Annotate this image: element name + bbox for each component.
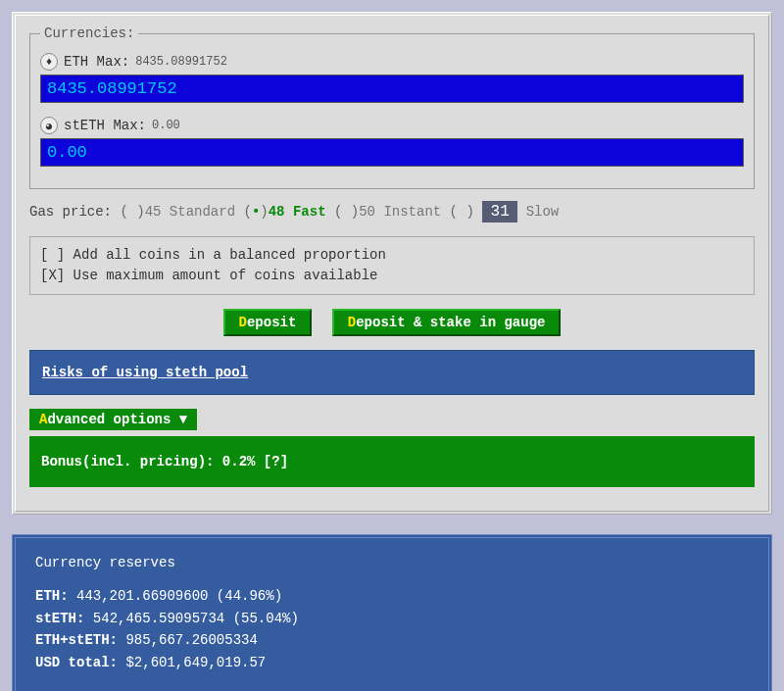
reserves-header: Currency reserves: [35, 552, 749, 573]
gas-standard-radio[interactable]: ( )45 Standard: [120, 204, 235, 220]
reserve-sum-value: 985,667.26005334: [125, 632, 257, 648]
steth-icon: ◕: [40, 117, 58, 134]
eth-max[interactable]: 8435.08991752: [135, 55, 227, 69]
usemax-checkbox[interactable]: [X] Use maximum amount of coins availabl…: [40, 266, 744, 286]
steth-max[interactable]: 0.00: [152, 119, 180, 132]
reserve-eth-value: 443,201.66909600 (44.96%): [76, 588, 282, 604]
eth-label: ETH Max:: [64, 54, 129, 70]
deposit-button[interactable]: Deposit: [223, 309, 313, 336]
reserve-steth-value: 542,465.59095734 (55.04%): [93, 611, 299, 626]
gas-fast-radio[interactable]: (•)48 Fast: [243, 204, 325, 220]
steth-row: ◕ stETH Max: 0.00: [40, 117, 744, 134]
bonus-box: Bonus(incl. pricing): 0.2% [?]: [29, 436, 755, 487]
steth-label: stETH Max:: [64, 118, 146, 133]
reserve-sum-label: ETH+stETH:: [35, 632, 118, 648]
gas-row: Gas price: ( )45 Standard (•)48 Fast ( )…: [29, 201, 755, 222]
options-block: [ ] Add all coins in a balanced proporti…: [29, 236, 755, 295]
reserve-usd-label: USD total:: [35, 655, 118, 670]
balanced-checkbox[interactable]: [ ] Add all coins in a balanced proporti…: [40, 245, 744, 266]
eth-amount-input[interactable]: [40, 74, 744, 103]
gas-custom-text: Slow: [526, 204, 560, 220]
bonus-help-icon[interactable]: [?]: [264, 454, 288, 469]
advanced-toggle[interactable]: Advanced options ▼: [29, 409, 197, 430]
steth-amount-input[interactable]: [40, 138, 744, 167]
reserve-usd-value: $2,601,649,019.57: [125, 655, 266, 670]
deposit-stake-button[interactable]: Deposit & stake in gauge: [332, 309, 562, 336]
gas-custom-radio[interactable]: ( ): [450, 204, 474, 220]
button-row: Deposit Deposit & stake in gauge: [29, 309, 755, 336]
bonus-label: Bonus(incl. pricing):: [41, 454, 214, 469]
gas-custom-input[interactable]: [482, 201, 517, 222]
currencies-legend: Currencies:: [40, 25, 138, 41]
reserves-panel: Currency reserves ETH: 443,201.66909600 …: [12, 534, 772, 691]
eth-icon: ♦: [40, 53, 58, 71]
usemax-label: Use maximum amount of coins available: [74, 268, 378, 283]
deposit-panel: Currencies: ♦ ETH Max: 8435.08991752 ◕ s…: [12, 12, 772, 515]
eth-row: ♦ ETH Max: 8435.08991752: [40, 53, 744, 71]
currencies-fieldset: Currencies: ♦ ETH Max: 8435.08991752 ◕ s…: [29, 25, 755, 189]
gas-instant-radio[interactable]: ( )50 Instant: [334, 204, 441, 220]
risk-link[interactable]: Risks of using steth pool: [42, 365, 248, 380]
risk-box: Risks of using steth pool: [29, 350, 755, 395]
balanced-label: Add all coins in a balanced proportion: [74, 247, 386, 263]
gas-label: Gas price:: [29, 204, 112, 220]
bonus-value: 0.2%: [222, 454, 256, 469]
reserve-steth-label: stETH:: [35, 611, 84, 626]
reserve-eth-label: ETH:: [35, 588, 69, 604]
